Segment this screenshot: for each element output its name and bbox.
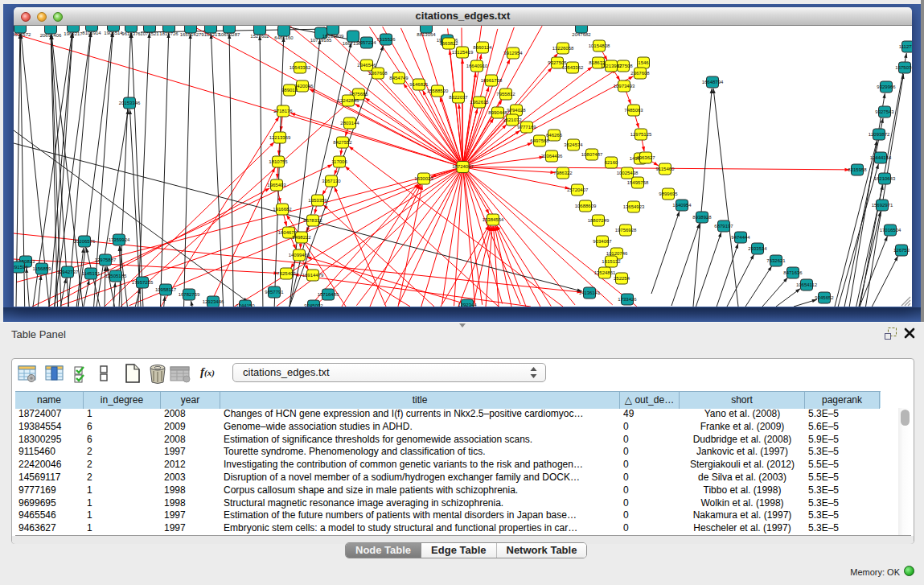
svg-text:9777169: 9777169 [517,125,536,130]
svg-text:1391594: 1391594 [14,265,28,270]
svg-text:117006: 117006 [331,159,347,164]
svg-text:10154808: 10154808 [589,43,610,48]
svg-text:1073521: 1073521 [140,31,159,36]
svg-text:7625402: 7625402 [277,271,296,276]
svg-text:8660124: 8660124 [473,45,492,50]
svg-text:9115460: 9115460 [656,167,676,171]
svg-text:2346546: 2346546 [357,63,376,68]
svg-text:7955812: 7955812 [496,92,515,97]
svg-text:12942737: 12942737 [57,270,79,274]
svg-text:12213967: 12213967 [601,64,622,68]
svg-text:16914479: 16914479 [302,273,324,278]
svg-text:2933514: 2933514 [748,246,767,251]
svg-text:1963217: 1963217 [64,31,83,36]
svg-text:5498222: 5498222 [292,235,311,240]
svg-text:7663822: 7663822 [439,41,458,46]
svg-text:7986322: 7986322 [553,171,573,175]
svg-text:9794028: 9794028 [507,108,526,113]
svg-text:18724007: 18724007 [452,164,474,169]
svg-text:16782759: 16782759 [179,292,200,297]
svg-text:2718176: 2718176 [273,109,293,113]
svg-text:20153346: 20153346 [119,101,141,105]
svg-text:1615132: 1615132 [602,259,621,264]
svg-text:1906514: 1906514 [104,31,123,35]
svg-text:1112736: 1112736 [899,44,912,49]
svg-text:8990448: 8990448 [488,110,507,115]
svg-text:9146821: 9146821 [409,82,429,87]
svg-text:6879197: 6879197 [714,224,733,229]
svg-text:12242845: 12242845 [338,98,359,103]
svg-text:14136141: 14136141 [579,290,601,295]
svg-text:16648794: 16648794 [702,80,724,84]
svg-text:13975887: 13975887 [95,257,117,262]
svg-text:6466160: 6466160 [274,35,294,40]
svg-text:10807487: 10807487 [581,152,603,157]
svg-text:9245092: 9245092 [304,303,323,307]
svg-text:14099469: 14099469 [289,253,310,257]
svg-text:9245652: 9245652 [815,295,834,300]
svg-text:10543362: 10543362 [562,65,584,70]
svg-text:2367608: 2367608 [368,71,388,76]
svg-text:646266: 646266 [546,133,563,138]
svg-text:2047682: 2047682 [572,32,591,37]
svg-text:16961758: 16961758 [481,78,503,83]
svg-text:126753: 126753 [893,248,910,253]
svg-text:7485063: 7485063 [624,108,643,113]
svg-text:12444154: 12444154 [870,155,892,160]
svg-text:7632621: 7632621 [766,258,786,263]
svg-text:1353359: 1353359 [308,198,327,203]
svg-text:20206576: 20206576 [74,239,96,244]
svg-text:2367608: 2367608 [630,71,650,76]
svg-text:13654923: 13654923 [623,204,645,209]
svg-text:12505185: 12505185 [105,274,127,278]
svg-text:15495758: 15495758 [627,180,649,185]
svg-text:1530023: 1530023 [414,176,433,181]
svg-text:1916682: 1916682 [273,207,292,212]
svg-text:9329966: 9329966 [877,84,896,89]
svg-text:10653287: 10653287 [219,32,240,37]
svg-text:20364436: 20364436 [541,154,563,159]
svg-text:1819726: 1819726 [159,31,179,36]
svg-text:1965493: 1965493 [267,183,286,187]
svg-text:8106914: 8106914 [82,31,101,35]
svg-text:14035572: 14035572 [14,32,31,37]
svg-text:7515526: 7515526 [376,37,396,42]
svg-text:1546: 1546 [638,60,649,65]
svg-text:15720407: 15720407 [567,187,589,192]
svg-text:62160: 62160 [605,160,618,165]
svg-text:12923446: 12923446 [203,299,224,304]
svg-text:1145191: 1145191 [82,271,101,276]
svg-text:1810755: 1810755 [269,159,288,164]
svg-text:20691406: 20691406 [40,33,62,38]
svg-text:989012: 989012 [281,88,298,93]
svg-text:8813054: 8813054 [417,32,436,37]
svg-text:1621072: 1621072 [503,117,522,122]
svg-text:13125419: 13125419 [452,50,474,55]
svg-text:13226058: 13226058 [552,46,574,51]
svg-text:16640910: 16640910 [466,64,488,68]
svg-text:17957255: 17957255 [132,280,154,285]
svg-text:4963627: 4963627 [636,155,655,160]
svg-text:1292344: 1292344 [458,303,477,307]
svg-text:9610376: 9610376 [121,31,141,36]
svg-text:8678332: 8678332 [303,218,322,223]
svg-text:15716485: 15716485 [318,292,339,297]
svg-text:8215958: 8215958 [848,167,867,172]
svg-text:8471636: 8471636 [783,270,803,275]
svg-text:8322037: 8322037 [449,95,468,100]
svg-text:3624574: 3624574 [564,142,583,147]
svg-text:9857791: 9857791 [265,290,284,295]
svg-text:10120746: 10120746 [606,251,628,256]
svg-text:15692971: 15692971 [872,203,893,208]
svg-text:13524851: 13524851 [594,270,616,275]
svg-text:15588520: 15588520 [427,89,449,93]
svg-text:10958117: 10958117 [155,287,177,292]
svg-text:19756928: 19756928 [615,228,637,233]
svg-text:2803144: 2803144 [340,121,359,126]
svg-text:1527602: 1527602 [250,34,269,39]
svg-text:12213369: 12213369 [269,135,291,140]
svg-text:10654112: 10654112 [796,282,818,287]
svg-text:12093872: 12093872 [869,132,890,137]
svg-text:16551427: 16551427 [180,32,202,37]
svg-text:1362615: 1362615 [470,100,489,105]
